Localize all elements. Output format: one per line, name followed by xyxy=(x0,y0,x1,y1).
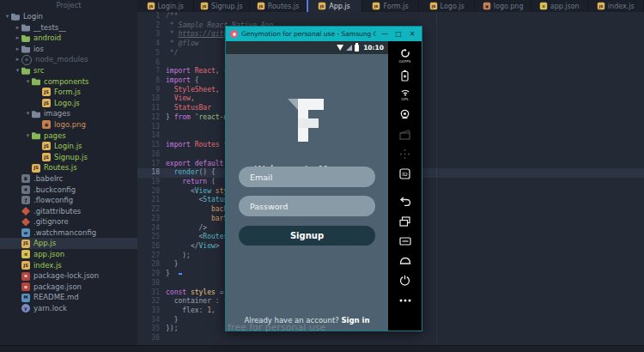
tab-app-json[interactable]: ≡app.json xyxy=(532,0,588,12)
battery-icon[interactable] xyxy=(397,65,414,85)
tree-item--flowconfig[interactable]: ƒ.flowconfig xyxy=(0,195,137,206)
gapps-icon[interactable]: GAPPS xyxy=(397,46,414,65)
tree-item-pages[interactable]: ▾pages xyxy=(0,130,137,142)
back-icon[interactable] xyxy=(397,191,414,211)
tree-item-signup-js[interactable]: JSSignup.js xyxy=(0,152,137,163)
code-text: * @flow xyxy=(166,39,199,49)
tree-item-logo-js[interactable]: JSLogo.js xyxy=(0,98,137,109)
tree-item--watchmanconfig[interactable]: w.watchmanconfig xyxy=(0,228,137,239)
project-panel-title: Project xyxy=(0,0,137,11)
tab-form-js[interactable]: JSForm.js xyxy=(362,0,419,12)
tree-item-app-js[interactable]: JSApp.js xyxy=(0,238,137,249)
identifiers-icon[interactable]: ID xyxy=(397,164,414,184)
gps-icon[interactable]: GPS xyxy=(397,85,414,105)
tab-logo-png[interactable]: ▣logo.png xyxy=(475,0,532,12)
emulator-title-bar[interactable]: Genymotion for personal use - Samsung Ga… xyxy=(226,27,422,41)
file-type-icon: y xyxy=(21,304,30,313)
maximize-button[interactable]: □ xyxy=(393,30,404,38)
file-type-icon: ƒ xyxy=(21,196,30,204)
more-icon[interactable] xyxy=(397,290,414,310)
close-button[interactable]: ✕ xyxy=(407,30,417,38)
tab-app-js[interactable]: JSApp.js xyxy=(307,0,363,12)
expand-arrow-icon[interactable]: ▾ xyxy=(24,76,32,88)
genymotion-logo-icon xyxy=(230,30,238,38)
file-type-icon: n xyxy=(21,282,30,291)
wrap-guide xyxy=(436,12,437,346)
code-line-36: 36 xyxy=(137,334,644,343)
tree-item-src[interactable]: ▾src xyxy=(0,65,137,76)
expand-arrow-icon[interactable]: ▸ xyxy=(14,33,21,44)
minimize-button[interactable]: — xyxy=(380,30,390,38)
tree-item-package-lock-json[interactable]: npackage-lock.json xyxy=(0,270,137,282)
line-number: 35 xyxy=(137,325,166,334)
tree-item--babelrc[interactable]: B.babelrc xyxy=(0,173,137,185)
tab-login-js[interactable]: JSLogin.js xyxy=(137,0,194,12)
tree-item--tests-[interactable]: ▸__tests__ xyxy=(0,22,137,33)
tree-item-label: Routes.js xyxy=(44,162,77,173)
expand-arrow-icon[interactable]: ▸ xyxy=(14,22,21,33)
remote-control-icon[interactable] xyxy=(397,144,414,164)
folder-icon xyxy=(32,131,40,140)
folder-icon xyxy=(32,77,40,86)
tree-item-index-js[interactable]: JSindex.js xyxy=(0,260,137,271)
line-number: 18 xyxy=(137,168,166,178)
line-number: 7 xyxy=(137,67,166,76)
tree-item-label: app.json xyxy=(33,249,64,260)
tree-item-components[interactable]: ▾components xyxy=(0,76,137,88)
tree-item-images[interactable]: ▾images xyxy=(0,108,137,119)
tree-item-login-js[interactable]: JSLogin.js xyxy=(0,141,137,152)
tree-item--gitattributes[interactable]: .gitattributes xyxy=(0,206,137,217)
tree-item-routes-js[interactable]: JSRoutes.js xyxy=(0,162,137,173)
line-number: 11 xyxy=(137,104,166,113)
tree-item-logo-png[interactable]: ▣logo.png xyxy=(0,119,137,130)
tree-item-ios[interactable]: ▸ios xyxy=(0,44,137,55)
expand-arrow-icon[interactable]: ▸ xyxy=(14,54,21,65)
signin-link[interactable]: Sign in xyxy=(341,316,369,325)
home-icon[interactable] xyxy=(397,251,414,270)
expand-arrow-icon[interactable]: ▾ xyxy=(24,130,32,142)
recent-apps-icon[interactable] xyxy=(397,211,414,231)
menu-icon[interactable] xyxy=(397,231,414,251)
power-icon[interactable] xyxy=(397,270,414,290)
expand-arrow-icon[interactable]: ▾ xyxy=(24,108,32,119)
line-number: 8 xyxy=(137,76,166,86)
tree-item-form-js[interactable]: JSForm.js xyxy=(0,87,137,98)
email-field[interactable]: Email xyxy=(239,167,375,187)
tab-signup-js[interactable]: JSSignup.js xyxy=(194,0,251,12)
expand-arrow-icon[interactable]: ▾ xyxy=(3,11,11,22)
expand-arrow-icon[interactable]: ▸ xyxy=(14,44,21,55)
tree-item-package-json[interactable]: npackage.json xyxy=(0,282,137,293)
camera-icon[interactable] xyxy=(397,105,414,124)
line-number: 4 xyxy=(137,39,166,49)
app-f-logo xyxy=(283,94,331,143)
code-text: import { xyxy=(166,76,199,86)
tree-item--buckconfig[interactable]: ¥.buckconfig xyxy=(0,185,137,196)
tab-routes-js[interactable]: JSRoutes.js xyxy=(250,0,307,12)
tree-item-readme-md[interactable]: MREADME.md xyxy=(0,292,137,303)
screen-capture-icon[interactable] xyxy=(397,124,414,144)
file-type-icon: B xyxy=(21,174,30,183)
expand-arrow-icon[interactable]: ▾ xyxy=(14,65,21,76)
tree-item-login[interactable]: ▾Login xyxy=(0,11,137,22)
tree-item-android[interactable]: ▸android xyxy=(0,33,137,44)
file-type-icon: JS xyxy=(201,3,209,10)
password-field[interactable]: Password xyxy=(239,196,375,216)
tree-item--gitignore[interactable]: .gitignore xyxy=(0,216,137,228)
signup-button[interactable]: Signup xyxy=(239,226,375,246)
tree-item-label: .watchmanconfig xyxy=(33,228,96,239)
project-tree-panel: Project ▾Login▸__tests__▸android▸ios▸nno… xyxy=(0,0,138,346)
battery-status-icon xyxy=(355,45,359,52)
tree-item-yarn-lock[interactable]: yyarn.lock xyxy=(0,303,137,314)
tree-item-node-modules[interactable]: ▸nnode_modules xyxy=(0,54,137,65)
tab-index-js[interactable]: JSindex.js xyxy=(588,0,644,12)
tab-label: App.js xyxy=(329,3,350,10)
code-text: }); xyxy=(166,325,178,334)
tree-item-app-json[interactable]: ≡app.json xyxy=(0,249,137,260)
line-number: 27 xyxy=(137,252,166,261)
tab-logo-js[interactable]: JSLogo.js xyxy=(419,0,476,12)
cellular-signal-icon xyxy=(346,45,352,51)
line-number: 15 xyxy=(137,141,166,150)
line-number: 13 xyxy=(137,123,166,132)
ide-window: Project ▾Login▸__tests__▸android▸ios▸nno… xyxy=(0,0,644,352)
tree-item-label: App.js xyxy=(33,238,56,249)
